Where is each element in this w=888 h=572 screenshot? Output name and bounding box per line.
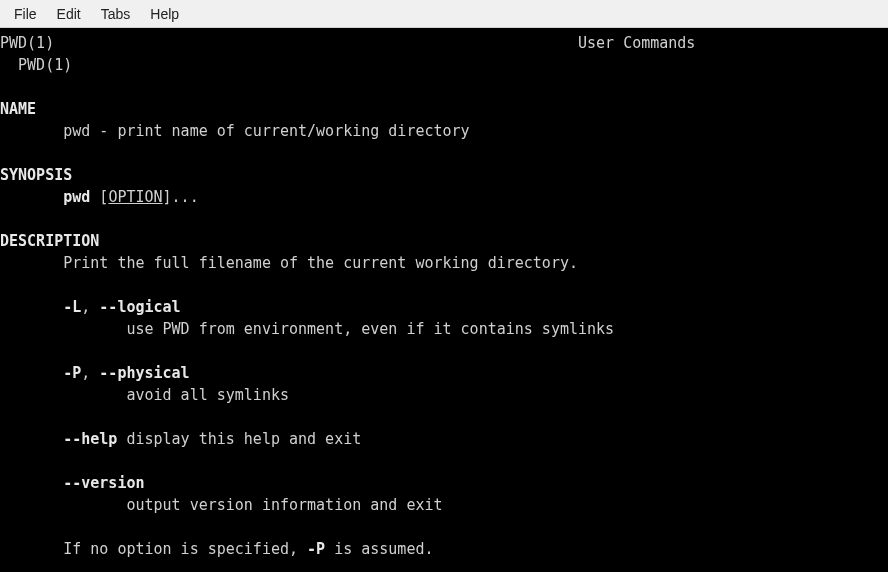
- opt-version-desc: output version information and exit: [126, 496, 442, 514]
- section-synopsis: SYNOPSIS: [0, 166, 72, 184]
- opt-L-desc: use PWD from environment, even if it con…: [126, 320, 614, 338]
- opt-version: --version: [63, 474, 144, 492]
- synopsis-option: OPTION: [108, 188, 162, 206]
- synopsis-tail: ]...: [163, 188, 199, 206]
- synopsis-cmd: pwd: [63, 188, 90, 206]
- opt-help-desc: display this help and exit: [126, 430, 361, 448]
- opt-P-desc: avoid all symlinks: [126, 386, 289, 404]
- man-header-right: PWD(1): [18, 56, 72, 74]
- section-description: DESCRIPTION: [0, 232, 99, 250]
- opt-L: -L: [63, 298, 81, 316]
- menu-help[interactable]: Help: [140, 2, 189, 26]
- menu-edit[interactable]: Edit: [47, 2, 91, 26]
- note-post: is assumed.: [325, 540, 433, 558]
- opt-P: -P: [63, 364, 81, 382]
- opt-physical: --physical: [99, 364, 189, 382]
- name-line: pwd - print name of current/working dire…: [63, 122, 469, 140]
- man-header-left: PWD(1): [0, 34, 54, 52]
- terminal-content[interactable]: PWD(1) User Commands PWD(1) NAME pwd - p…: [0, 28, 888, 560]
- menu-file[interactable]: File: [4, 2, 47, 26]
- opt-logical: --logical: [99, 298, 180, 316]
- man-header-center: User Commands: [578, 34, 695, 52]
- menu-tabs[interactable]: Tabs: [91, 2, 141, 26]
- note-bold: -P: [307, 540, 325, 558]
- desc-intro: Print the full filename of the current w…: [63, 254, 578, 272]
- opt-help: --help: [63, 430, 117, 448]
- note-pre: If no option is specified,: [63, 540, 307, 558]
- section-name: NAME: [0, 100, 36, 118]
- menubar: File Edit Tabs Help: [0, 0, 888, 28]
